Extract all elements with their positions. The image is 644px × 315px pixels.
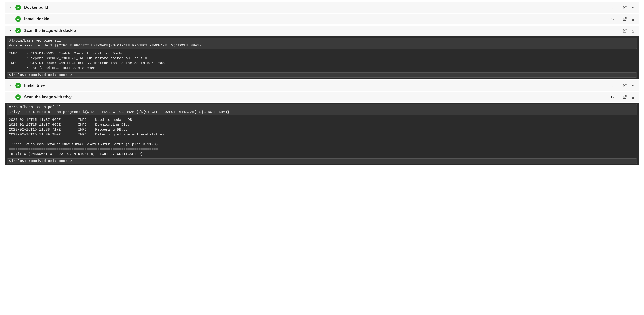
terminal-exit-status: CircleCI received exit code 0 [7, 158, 637, 164]
chevron-right-icon[interactable] [8, 17, 12, 21]
terminal-command: #!/bin/bash -eo pipefail trivy --exit-co… [7, 104, 637, 115]
download-icon[interactable] [630, 83, 636, 88]
terminal-body: INFO - CIS-DI-0005: Enable Content trust… [7, 50, 637, 72]
open-external-icon[interactable] [622, 94, 627, 100]
step-header[interactable]: Scan the image with trivy1s [5, 92, 639, 102]
terminal-output: #!/bin/bash -eo pipefail trivy --exit-co… [5, 103, 639, 165]
step-duration: 1m 0s [605, 6, 614, 10]
build-step: Scan the image with dockle2s#!/bin/bash … [5, 26, 639, 79]
step-header[interactable]: Docker build1m 0s [5, 2, 639, 12]
chevron-right-icon[interactable] [8, 6, 12, 9]
step-header[interactable]: Install dockle0s [5, 14, 639, 24]
step-title: Docker build [24, 5, 605, 10]
chevron-down-icon[interactable] [8, 29, 12, 32]
step-title: Scan the image with trivy [24, 95, 610, 100]
step-title: Install dockle [24, 17, 610, 21]
step-duration: 2s [610, 29, 614, 33]
download-icon[interactable] [630, 28, 636, 33]
build-step: Install trivy0s [5, 80, 639, 90]
success-check-icon [15, 5, 21, 10]
step-duration: 0s [610, 84, 614, 88]
download-icon[interactable] [630, 5, 636, 10]
success-check-icon [15, 94, 21, 100]
chevron-down-icon[interactable] [8, 95, 12, 99]
download-icon[interactable] [630, 16, 636, 22]
open-external-icon[interactable] [622, 5, 627, 10]
success-check-icon [15, 83, 21, 88]
step-header[interactable]: Install trivy0s [5, 80, 639, 90]
step-header[interactable]: Scan the image with dockle2s [5, 26, 639, 36]
step-duration: 1s [610, 95, 614, 99]
terminal-body: 2020-02-16T15:11:37.669Z INFO Need to up… [7, 116, 637, 157]
download-icon[interactable] [630, 94, 636, 100]
terminal-exit-status: CircleCI received exit code 0 [7, 72, 637, 78]
terminal-command: #!/bin/bash -eo pipefail dockle --exit-c… [7, 38, 637, 49]
open-external-icon[interactable] [622, 28, 627, 33]
step-title: Scan the image with dockle [24, 28, 610, 33]
build-step: Scan the image with trivy1s#!/bin/bash -… [5, 92, 639, 165]
success-check-icon [15, 28, 21, 34]
success-check-icon [15, 16, 21, 22]
chevron-right-icon[interactable] [8, 84, 12, 87]
step-title: Install trivy [24, 83, 610, 88]
open-external-icon[interactable] [622, 16, 627, 22]
open-external-icon[interactable] [622, 83, 627, 88]
build-step: Docker build1m 0s [5, 2, 639, 12]
build-step: Install dockle0s [5, 14, 639, 24]
terminal-output: #!/bin/bash -eo pipefail dockle --exit-c… [5, 36, 639, 79]
step-duration: 0s [610, 17, 614, 21]
